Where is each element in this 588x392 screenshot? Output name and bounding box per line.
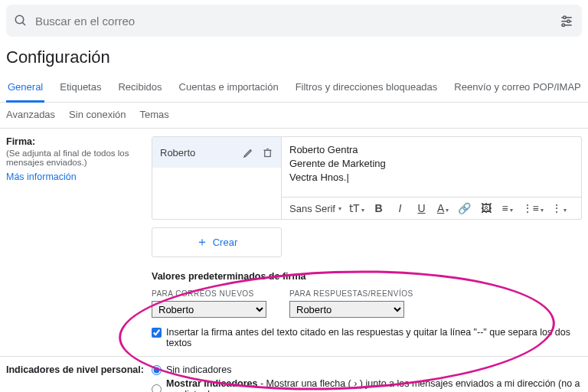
font-select[interactable]: Sans Serif [289,203,341,214]
signature-editor[interactable]: Roberto Gentra Gerente de Marketing Vect… [282,136,582,220]
signature-subtext: (Se adjunta al final de todos los mensaj… [6,149,152,167]
signature-list: Roberto [152,136,282,220]
underline-button[interactable]: U [415,202,429,214]
insert-before-quoted-label: Insertar la firma antes del texto citado… [166,327,582,348]
show-indicators-label: Mostrar indicadores - Mostrar una flecha… [166,378,582,392]
tab-sin-conexion[interactable]: Sin conexión [69,109,126,120]
create-signature-button[interactable]: ＋ Crear [152,227,282,257]
new-email-signature-select[interactable]: Roberto [152,301,266,318]
text-size-icon[interactable]: 𝗍T [349,202,364,214]
reply-signature-select[interactable]: Roberto [289,301,404,318]
pencil-icon[interactable] [243,147,254,158]
text-color-button[interactable]: A [436,202,450,214]
editor-toolbar: Sans Serif 𝗍T B I U A 🔗 🖼 ≡ ⋮≡ ⋮ [282,197,581,219]
tab-recibidos[interactable]: Recibidos [116,75,163,102]
list-button[interactable]: ⋮≡ [522,202,544,214]
tab-cuentas[interactable]: Cuentas e importación [178,75,280,102]
svg-point-0 [15,15,24,24]
svg-point-7 [562,24,564,26]
signature-content[interactable]: Roberto Gentra Gerente de Marketing Vect… [282,137,581,197]
tab-general[interactable]: General [6,75,44,103]
new-email-label: PARA CORREOS NUEVOS [152,289,266,298]
tab-avanzadas[interactable]: Avanzadas [6,109,55,120]
svg-line-1 [22,22,25,25]
signature-heading: Firma: [6,136,152,147]
svg-point-5 [567,20,570,22]
reply-label: PARA RESPUESTAS/REENVÍOS [289,289,413,298]
tab-temas[interactable]: Temas [140,109,169,120]
no-indicators-label: Sin indicadores [166,364,231,375]
trash-icon[interactable] [262,147,273,158]
tab-filtros[interactable]: Filtros y direcciones bloqueadas [294,75,439,102]
search-input[interactable] [35,15,559,28]
settings-tabs: General Etiquetas Recibidos Cuentas e im… [0,75,588,103]
tab-etiquetas[interactable]: Etiquetas [58,75,103,102]
show-indicators-radio[interactable] [152,384,162,393]
svg-rect-8 [265,150,271,156]
link-button[interactable]: 🔗 [458,202,472,214]
bold-button[interactable]: B [372,202,386,214]
image-button[interactable]: 🖼 [479,202,493,214]
no-indicators-radio[interactable] [152,365,162,375]
signature-defaults-heading: Valores predeterminados de firma [152,271,582,282]
search-bar[interactable] [6,5,582,37]
page-title: Configuración [6,47,588,67]
search-options-icon[interactable] [559,13,574,28]
indicators-section: Indicadores de nivel personal: Sin indic… [0,357,588,392]
svg-point-3 [564,16,566,18]
settings-subtabs: Avanzadas Sin conexión Temas [0,103,588,129]
signature-item-name: Roberto [160,147,195,158]
align-button[interactable]: ≡ [501,202,514,214]
signature-section: Firma: (Se adjunta al final de todos los… [0,129,588,357]
tab-reenvio[interactable]: Reenvío y correo POP/IMAP [452,75,582,102]
insert-before-quoted-checkbox[interactable] [152,328,162,338]
plus-icon: ＋ [196,234,208,250]
search-icon [14,14,28,28]
signature-more-link[interactable]: Más información [6,172,77,182]
more-format-button[interactable]: ⋮ [551,202,567,214]
signature-item[interactable]: Roberto [152,137,281,168]
indicators-heading: Indicadores de nivel personal: [6,364,152,375]
italic-button[interactable]: I [394,202,407,214]
